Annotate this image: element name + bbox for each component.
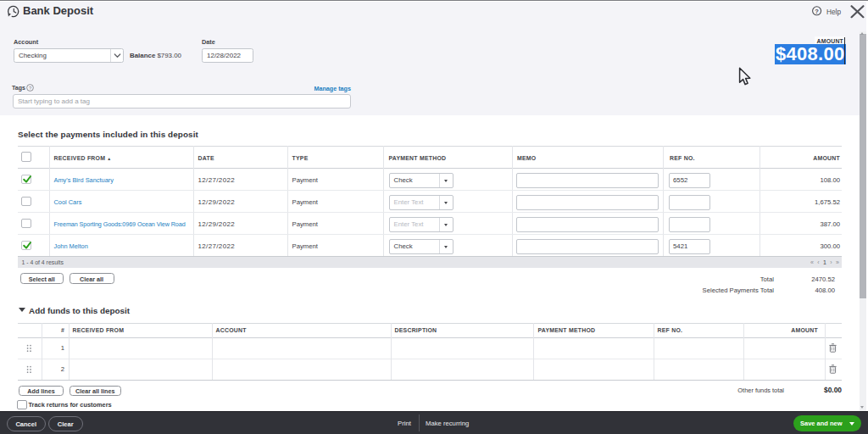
svg-text:?: ? — [815, 7, 819, 14]
svg-text:?: ? — [29, 86, 32, 91]
